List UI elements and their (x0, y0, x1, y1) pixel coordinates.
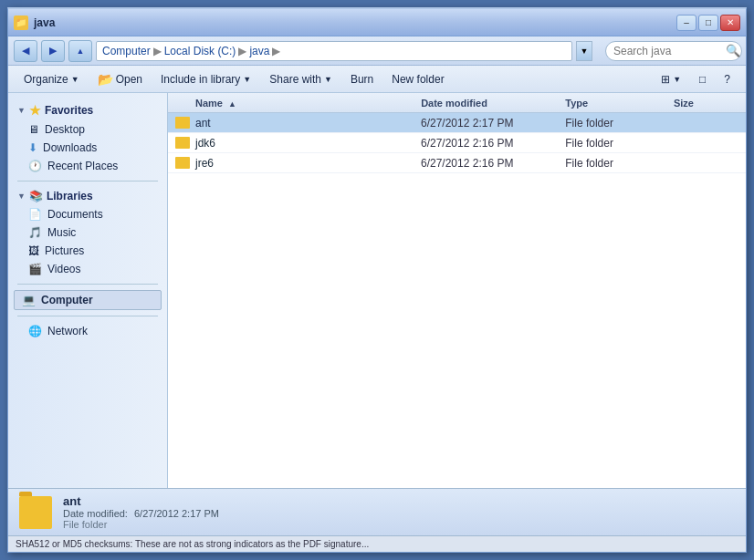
bottom-message: SHA512 or MD5 checksums: These are not a… (16, 539, 369, 549)
col-name-header[interactable]: Name ▲ (168, 98, 421, 109)
status-folder-icon (19, 496, 52, 529)
sidebar-item-pictures[interactable]: 🖼 Pictures (8, 242, 167, 260)
file-name-cell: jdk6 (168, 137, 421, 150)
bottom-bar: SHA512 or MD5 checksums: These are not a… (8, 535, 746, 552)
sidebar-item-music[interactable]: 🎵 Music (8, 223, 167, 242)
table-row[interactable]: ant 6/27/2012 2:17 PM File folder (168, 113, 746, 133)
favorites-header[interactable]: ▼ ★ Favorites (8, 100, 167, 120)
sidebar-divider-1 (17, 181, 158, 181)
desktop-label: Desktop (45, 123, 85, 136)
file-name-text: jre6 (195, 157, 214, 170)
file-name-cell: jre6 (168, 157, 421, 170)
file-date-cell: 6/27/2012 2:16 PM (421, 157, 565, 170)
sidebar-item-computer[interactable]: 💻 Computer (14, 290, 162, 310)
file-list-header: Name ▲ Date modified Type Size (168, 93, 746, 113)
breadcrumb-sep-2: ▶ (238, 45, 246, 57)
libraries-header[interactable]: ▼ 📚 Libraries (8, 187, 167, 205)
pictures-label: Pictures (45, 244, 84, 257)
title-bar-controls: – □ ✕ (676, 15, 740, 31)
breadcrumb-sep-3: ▶ (272, 45, 280, 57)
desktop-icon: 🖥 (28, 123, 39, 136)
breadcrumb-java[interactable]: java (249, 45, 269, 57)
col-size-header[interactable]: Size (674, 98, 746, 109)
content-area: ▼ ★ Favorites 🖥 Desktop ⬇ Downloads 🕐 Re… (8, 93, 746, 488)
breadcrumb-bar: Computer ▶ Local Disk (C:) ▶ java ▶ (96, 41, 572, 61)
breadcrumb-computer[interactable]: Computer (102, 45, 151, 57)
sidebar-divider-2 (17, 284, 158, 285)
views-icon: ⊞ (661, 73, 670, 86)
new-folder-button[interactable]: New folder (383, 68, 452, 90)
window-title: java (34, 16, 55, 29)
breadcrumb-sep-1: ▶ (153, 45, 162, 57)
view-controls: ⊞ ▼ □ ? (653, 68, 738, 90)
status-item-name: ant (63, 494, 219, 508)
organize-button[interactable]: Organize ▼ (16, 68, 88, 90)
address-dropdown-button[interactable]: ▼ (576, 41, 592, 61)
col-date-header[interactable]: Date modified (421, 98, 565, 109)
title-bar-left: 📁 java (14, 16, 55, 30)
minimize-button[interactable]: – (676, 15, 696, 31)
table-row[interactable]: jdk6 6/27/2012 2:16 PM File folder (168, 133, 746, 153)
file-name-cell: ant (168, 117, 421, 130)
restore-button[interactable]: □ (698, 15, 718, 31)
videos-label: Videos (47, 263, 80, 275)
documents-label: Documents (47, 208, 103, 221)
search-icon: 🔍 (726, 44, 740, 57)
file-list: Name ▲ Date modified Type Size ant 6/27/… (168, 93, 746, 488)
forward-button[interactable]: ▶ (41, 40, 65, 62)
recent-label: Recent Places (47, 160, 118, 172)
libraries-icon: 📚 (29, 190, 43, 202)
table-row[interactable]: jre6 6/27/2012 2:16 PM File folder (168, 153, 746, 173)
open-button[interactable]: 📂 Open (89, 68, 151, 90)
libraries-section: ▼ 📚 Libraries 📄 Documents 🎵 Music 🖼 Pict… (8, 187, 167, 278)
window-icon: 📁 (14, 16, 28, 30)
sidebar-item-network[interactable]: 🌐 Network (8, 322, 167, 340)
open-icon: 📂 (98, 72, 113, 87)
status-type: File folder (63, 519, 219, 530)
search-input[interactable] (605, 41, 742, 61)
sidebar-item-desktop[interactable]: 🖥 Desktop (8, 120, 167, 139)
computer-icon: 💻 (22, 294, 36, 306)
file-name-text: ant (195, 117, 211, 130)
include-in-library-button[interactable]: Include in library ▼ (152, 68, 259, 90)
music-label: Music (47, 226, 76, 239)
share-with-button[interactable]: Share with ▼ (261, 68, 340, 90)
computer-section: 💻 Computer (8, 290, 167, 310)
breadcrumb-localdisk[interactable]: Local Disk (C:) (164, 45, 236, 57)
back-button[interactable]: ◀ (14, 40, 37, 62)
sidebar-item-videos[interactable]: 🎬 Videos (8, 260, 167, 278)
address-bar: ◀ ▶ ▲ Computer ▶ Local Disk (C:) ▶ java … (8, 36, 746, 66)
help-button[interactable]: ? (716, 68, 738, 90)
file-type-cell: File folder (565, 117, 674, 130)
file-rows-container: ant 6/27/2012 2:17 PM File folder jdk6 6… (168, 113, 746, 173)
sort-arrow: ▲ (228, 99, 236, 109)
documents-icon: 📄 (28, 208, 42, 221)
burn-button[interactable]: Burn (342, 68, 382, 90)
col-type-header[interactable]: Type (565, 98, 674, 109)
file-date-cell: 6/27/2012 2:16 PM (421, 137, 565, 150)
explorer-window: 📁 java – □ ✕ ◀ ▶ ▲ Computer ▶ Local Disk… (7, 7, 747, 553)
network-icon: 🌐 (28, 325, 42, 337)
views-button[interactable]: ⊞ ▼ (653, 68, 689, 90)
sidebar-item-documents[interactable]: 📄 Documents (8, 205, 167, 223)
sidebar-item-downloads[interactable]: ⬇ Downloads (8, 139, 167, 157)
file-name-text: jdk6 (195, 137, 215, 150)
music-icon: 🎵 (28, 226, 42, 239)
close-button[interactable]: ✕ (720, 15, 740, 31)
favorites-label: Favorites (45, 104, 93, 117)
status-info: ant Date modified: 6/27/2012 2:17 PM Fil… (63, 494, 219, 530)
folder-icon (175, 117, 190, 129)
file-date-cell: 6/27/2012 2:17 PM (421, 117, 565, 130)
sidebar-item-recent[interactable]: 🕐 Recent Places (8, 157, 167, 175)
videos-icon: 🎬 (28, 263, 42, 275)
file-type-cell: File folder (565, 157, 674, 170)
favorites-icon: ★ (29, 103, 41, 118)
favorites-section: ▼ ★ Favorites 🖥 Desktop ⬇ Downloads 🕐 Re… (8, 100, 167, 175)
downloads-label: Downloads (43, 141, 97, 154)
help-icon: ? (724, 73, 730, 86)
up-button[interactable]: ▲ (68, 40, 92, 62)
network-section: 🌐 Network (8, 322, 167, 340)
layout-button[interactable]: □ (691, 68, 714, 90)
recent-icon: 🕐 (28, 160, 42, 172)
libraries-arrow: ▼ (17, 192, 26, 201)
